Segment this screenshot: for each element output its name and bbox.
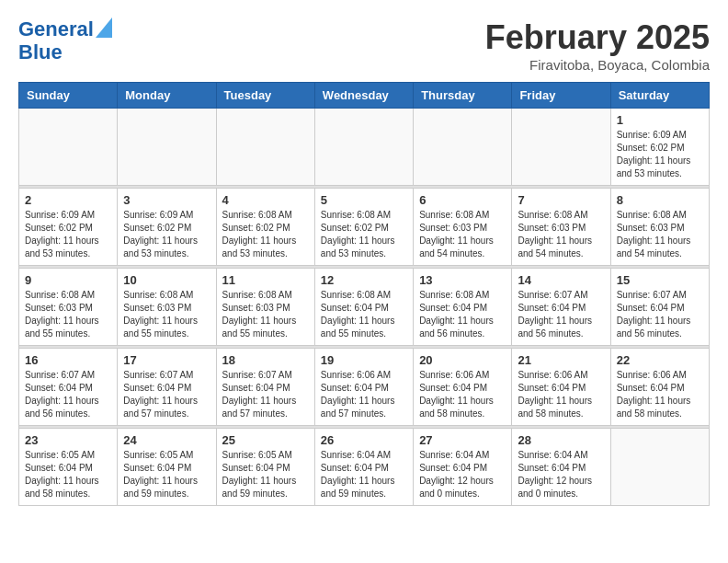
calendar-cell [216,109,314,186]
day-number: 10 [123,273,210,287]
calendar-cell: 26Sunrise: 6:04 AM Sunset: 6:04 PM Dayli… [314,429,413,506]
weekday-wednesday: Wednesday [314,83,413,109]
day-number: 13 [419,273,506,287]
calendar-cell [19,109,118,186]
calendar-cell: 28Sunrise: 6:04 AM Sunset: 6:04 PM Dayli… [512,429,610,506]
weekday-thursday: Thursday [414,83,512,109]
day-info: Sunrise: 6:09 AM Sunset: 6:02 PM Dayligh… [123,209,210,260]
day-info: Sunrise: 6:04 AM Sunset: 6:04 PM Dayligh… [518,449,604,500]
day-number: 26 [321,433,407,447]
day-info: Sunrise: 6:08 AM Sunset: 6:03 PM Dayligh… [222,289,309,340]
calendar-table: SundayMondayTuesdayWednesdayThursdayFrid… [18,82,710,506]
day-number: 24 [123,433,210,447]
day-info: Sunrise: 6:09 AM Sunset: 6:02 PM Dayligh… [25,209,111,260]
day-number: 25 [222,433,309,447]
day-number: 9 [25,273,111,287]
weekday-header-row: SundayMondayTuesdayWednesdayThursdayFrid… [19,83,710,109]
calendar-cell: 12Sunrise: 6:08 AM Sunset: 6:04 PM Dayli… [314,269,413,346]
day-info: Sunrise: 6:08 AM Sunset: 6:04 PM Dayligh… [321,289,407,340]
calendar-cell: 10Sunrise: 6:08 AM Sunset: 6:03 PM Dayli… [118,269,216,346]
calendar-cell: 2Sunrise: 6:09 AM Sunset: 6:02 PM Daylig… [19,189,118,266]
day-info: Sunrise: 6:08 AM Sunset: 6:04 PM Dayligh… [419,289,506,340]
calendar-cell [414,109,512,186]
weekday-tuesday: Tuesday [216,83,314,109]
calendar-cell [512,109,610,186]
day-number: 27 [419,433,506,447]
calendar-cell: 4Sunrise: 6:08 AM Sunset: 6:02 PM Daylig… [216,189,314,266]
calendar-cell: 18Sunrise: 6:07 AM Sunset: 6:04 PM Dayli… [216,349,314,426]
week-row-2: 2Sunrise: 6:09 AM Sunset: 6:02 PM Daylig… [19,189,710,266]
day-number: 16 [25,353,111,367]
weekday-saturday: Saturday [610,83,709,109]
calendar-cell [314,109,413,186]
day-info: Sunrise: 6:04 AM Sunset: 6:04 PM Dayligh… [419,449,506,500]
calendar-cell: 3Sunrise: 6:09 AM Sunset: 6:02 PM Daylig… [118,189,216,266]
weekday-sunday: Sunday [19,83,118,109]
week-row-3: 9Sunrise: 6:08 AM Sunset: 6:03 PM Daylig… [19,269,710,346]
day-number: 4 [222,193,309,207]
calendar-cell: 20Sunrise: 6:06 AM Sunset: 6:04 PM Dayli… [414,349,512,426]
day-number: 7 [518,193,604,207]
day-info: Sunrise: 6:04 AM Sunset: 6:04 PM Dayligh… [321,449,407,500]
day-info: Sunrise: 6:08 AM Sunset: 6:03 PM Dayligh… [123,289,210,340]
day-info: Sunrise: 6:07 AM Sunset: 6:04 PM Dayligh… [222,369,309,420]
calendar-cell: 8Sunrise: 6:08 AM Sunset: 6:03 PM Daylig… [610,189,709,266]
day-info: Sunrise: 6:05 AM Sunset: 6:04 PM Dayligh… [123,449,210,500]
calendar-cell: 9Sunrise: 6:08 AM Sunset: 6:03 PM Daylig… [19,269,118,346]
calendar-cell: 23Sunrise: 6:05 AM Sunset: 6:04 PM Dayli… [19,429,118,506]
day-info: Sunrise: 6:05 AM Sunset: 6:04 PM Dayligh… [25,449,111,500]
weekday-monday: Monday [118,83,216,109]
day-number: 15 [617,273,703,287]
day-number: 2 [25,193,111,207]
day-number: 5 [321,193,407,207]
day-number: 1 [617,113,703,127]
day-number: 17 [123,353,210,367]
day-number: 6 [419,193,506,207]
day-number: 14 [518,273,604,287]
day-info: Sunrise: 6:08 AM Sunset: 6:03 PM Dayligh… [518,209,604,260]
calendar-cell: 14Sunrise: 6:07 AM Sunset: 6:04 PM Dayli… [512,269,610,346]
day-info: Sunrise: 6:08 AM Sunset: 6:02 PM Dayligh… [321,209,407,260]
day-info: Sunrise: 6:08 AM Sunset: 6:03 PM Dayligh… [419,209,506,260]
logo-text: General [18,18,94,40]
day-number: 19 [321,353,407,367]
month-title: February 2025 [485,18,710,57]
calendar-cell: 6Sunrise: 6:08 AM Sunset: 6:03 PM Daylig… [414,189,512,266]
calendar-cell: 17Sunrise: 6:07 AM Sunset: 6:04 PM Dayli… [118,349,216,426]
week-row-4: 16Sunrise: 6:07 AM Sunset: 6:04 PM Dayli… [19,349,710,426]
day-info: Sunrise: 6:06 AM Sunset: 6:04 PM Dayligh… [419,369,506,420]
day-info: Sunrise: 6:08 AM Sunset: 6:03 PM Dayligh… [25,289,111,340]
page-header: General Blue February 2025 Firavitoba, B… [18,18,710,73]
logo-blue: Blue [18,40,63,64]
logo-icon [96,17,112,38]
week-row-5: 23Sunrise: 6:05 AM Sunset: 6:04 PM Dayli… [19,429,710,506]
day-number: 18 [222,353,309,367]
title-block: February 2025 Firavitoba, Boyaca, Colomb… [485,18,710,73]
day-info: Sunrise: 6:07 AM Sunset: 6:04 PM Dayligh… [25,369,111,420]
day-number: 22 [617,353,703,367]
day-info: Sunrise: 6:07 AM Sunset: 6:04 PM Dayligh… [518,289,604,340]
calendar-body: 1Sunrise: 6:09 AM Sunset: 6:02 PM Daylig… [19,109,710,506]
weekday-friday: Friday [512,83,610,109]
day-number: 28 [518,433,604,447]
location: Firavitoba, Boyaca, Colombia [485,57,710,73]
calendar-cell: 11Sunrise: 6:08 AM Sunset: 6:03 PM Dayli… [216,269,314,346]
day-number: 3 [123,193,210,207]
calendar-cell [118,109,216,186]
day-info: Sunrise: 6:07 AM Sunset: 6:04 PM Dayligh… [617,289,703,340]
week-row-1: 1Sunrise: 6:09 AM Sunset: 6:02 PM Daylig… [19,109,710,186]
calendar-cell: 24Sunrise: 6:05 AM Sunset: 6:04 PM Dayli… [118,429,216,506]
day-number: 20 [419,353,506,367]
calendar-cell: 27Sunrise: 6:04 AM Sunset: 6:04 PM Dayli… [414,429,512,506]
day-number: 21 [518,353,604,367]
day-info: Sunrise: 6:08 AM Sunset: 6:03 PM Dayligh… [617,209,703,260]
day-info: Sunrise: 6:06 AM Sunset: 6:04 PM Dayligh… [518,369,604,420]
svg-marker-0 [96,17,112,38]
day-number: 23 [25,433,111,447]
day-number: 11 [222,273,309,287]
calendar-cell: 15Sunrise: 6:07 AM Sunset: 6:04 PM Dayli… [610,269,709,346]
day-number: 12 [321,273,407,287]
calendar-cell: 19Sunrise: 6:06 AM Sunset: 6:04 PM Dayli… [314,349,413,426]
calendar-cell: 5Sunrise: 6:08 AM Sunset: 6:02 PM Daylig… [314,189,413,266]
calendar-cell [610,429,709,506]
